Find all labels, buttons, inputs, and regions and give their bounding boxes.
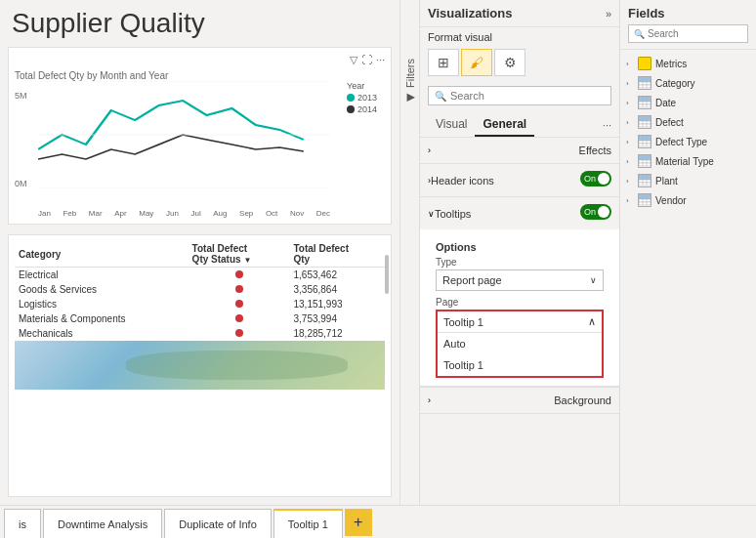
effects-header[interactable]: › Effects	[420, 138, 619, 163]
fields-title: Fields	[628, 6, 748, 21]
report-area: Supplier Quality ▽ ⛶ ··· Total Defect Qt…	[0, 0, 399, 505]
svg-rect-33	[639, 194, 651, 199]
defect-type-icon	[638, 135, 651, 148]
paint-button[interactable]: 🖌	[461, 49, 492, 76]
effects-chevron-icon: ›	[428, 145, 431, 155]
viz-expand-icon[interactable]: »	[606, 8, 611, 20]
field-name-material-type: Material Type	[655, 156, 750, 167]
search-icon: 🔍	[435, 91, 446, 102]
vendor-icon	[638, 193, 651, 207]
chart-widget: ▽ ⛶ ··· Total Defect Qty by Month and Ye…	[8, 47, 392, 225]
y-label-5m: 5M	[15, 91, 27, 101]
tab-duplicate-info[interactable]: Duplicate of Info	[164, 509, 272, 538]
tooltips-header[interactable]: ∨ Tooltips On	[420, 197, 619, 229]
field-name-defect-type: Defect Type	[655, 137, 750, 147]
y-label-0m: 0M	[15, 179, 27, 188]
field-name-plant: Plant	[655, 176, 750, 186]
field-item-date[interactable]: › Date	[620, 93, 756, 112]
field-name-category: Category	[655, 78, 750, 89]
field-item-vendor[interactable]: › Vendor	[620, 190, 756, 210]
chart-body: Year 2013 2014 5M 0M	[15, 81, 385, 218]
header-icons-toggle-label: On	[584, 174, 596, 184]
svg-rect-34	[639, 199, 651, 202]
header-icons-header[interactable]: › Header icons On	[420, 164, 619, 196]
material-type-expand-icon: ›	[626, 157, 634, 166]
svg-rect-5	[639, 85, 651, 88]
tooltips-section: ∨ Tooltips On Options Type Report page	[420, 197, 619, 387]
tooltips-chevron-icon: ∨	[428, 209, 435, 219]
material-type-icon	[638, 154, 651, 168]
page-option-auto[interactable]: Auto	[438, 333, 602, 354]
tab-downtime-analysis[interactable]: Downtime Analysis	[43, 509, 162, 538]
more-icon[interactable]: ···	[376, 54, 385, 66]
header-icons-section: › Header icons On	[420, 164, 619, 197]
tab-tooltip1[interactable]: Tooltip 1	[273, 509, 343, 538]
grid-view-button[interactable]: ⊞	[428, 49, 459, 76]
viz-search-box[interactable]: 🔍	[428, 86, 611, 105]
viz-tabs: Visual General ···	[420, 109, 619, 138]
tab-bar: is Downtime Analysis Duplicate of Info T…	[0, 505, 756, 538]
tooltips-toggle[interactable]: On	[580, 204, 611, 223]
tab-downtime-label: Downtime Analysis	[58, 518, 147, 530]
field-item-material-type[interactable]: › Material Type	[620, 151, 756, 171]
tab-tooltip1-label: Tooltip 1	[288, 518, 328, 530]
chart-x-labels: JanFebMarAprMayJun JulAugSepOctNovDec	[38, 209, 330, 218]
page-option-tooltip1[interactable]: Tooltip 1	[438, 354, 602, 376]
analytics-button[interactable]: ⚙	[494, 49, 525, 76]
svg-rect-19	[639, 141, 651, 144]
metrics-expand-icon: ›	[626, 60, 634, 68]
tab-is[interactable]: is	[4, 509, 41, 538]
expand-icon[interactable]: ⛶	[361, 54, 372, 66]
defect-type-expand-icon: ›	[626, 138, 634, 146]
analytics-icon: ⚙	[504, 55, 517, 70]
field-item-category[interactable]: › Category	[620, 73, 756, 93]
viz-search-input[interactable]	[450, 90, 605, 102]
filter-icon[interactable]: ▽	[350, 54, 357, 66]
chart-svg	[38, 81, 330, 188]
page-dropdown[interactable]: Tooltip 1 ∧ Auto Tooltip 1	[436, 310, 604, 378]
type-value: Report page	[442, 274, 502, 286]
tab-visual[interactable]: Visual	[428, 113, 475, 137]
fields-search-box[interactable]: 🔍	[628, 24, 748, 43]
field-item-plant[interactable]: › Plant	[620, 171, 756, 190]
date-expand-icon: ›	[626, 99, 634, 107]
type-dropdown[interactable]: Report page ∨	[436, 269, 604, 291]
filters-panel[interactable]: ◀ Filters	[399, 0, 419, 505]
chart-header: ▽ ⛶ ···	[15, 54, 385, 66]
options-section: Options Type Report page ∨ Page Tooltip …	[428, 235, 611, 378]
data-table: Category Total DefectQty Status ▼ Total …	[15, 241, 385, 341]
svg-rect-4	[639, 82, 651, 85]
background-header[interactable]: › Background	[420, 388, 619, 413]
plant-expand-icon: ›	[626, 177, 634, 186]
tab-add-button[interactable]: +	[345, 509, 372, 536]
tab-general[interactable]: General	[475, 113, 534, 137]
tooltips-title: Tooltips	[435, 208, 471, 220]
category-expand-icon: ›	[626, 79, 634, 88]
tooltips-body: Options Type Report page ∨ Page Tooltip …	[420, 229, 619, 386]
tooltips-toggle-label: On	[584, 207, 596, 217]
page-selected-value: Tooltip 1	[443, 316, 483, 328]
col-qty: Total DefectQty	[289, 241, 385, 268]
svg-rect-25	[639, 163, 651, 166]
field-item-defect[interactable]: › Defect	[620, 112, 756, 132]
table-row: Mechanicals 18,285,712	[15, 326, 385, 341]
page-dropdown-header[interactable]: Tooltip 1 ∧	[438, 311, 602, 333]
type-chevron-icon: ∨	[590, 275, 597, 285]
svg-rect-23	[639, 155, 651, 160]
header-icons-toggle[interactable]: On	[580, 171, 611, 189]
svg-rect-3	[639, 77, 651, 82]
field-item-metrics[interactable]: › Metrics	[620, 54, 756, 73]
svg-rect-18	[639, 136, 651, 141]
field-name-defect: Defect	[655, 117, 750, 128]
filters-label: ◀ Filters	[403, 59, 416, 104]
fields-list: › Metrics › Category › Date ›	[620, 50, 756, 505]
defect-expand-icon: ›	[626, 118, 634, 127]
fields-search-input[interactable]	[648, 28, 756, 39]
viz-panel-title: Visualizations	[428, 6, 512, 21]
scroll-indicator[interactable]	[385, 255, 389, 496]
fields-header: Fields 🔍	[620, 0, 756, 50]
field-item-defect-type[interactable]: › Defect Type	[620, 132, 756, 151]
svg-rect-20	[639, 144, 651, 146]
tab-more[interactable]: ···	[603, 119, 611, 131]
chart-title: Total Defect Qty by Month and Year	[15, 70, 385, 81]
